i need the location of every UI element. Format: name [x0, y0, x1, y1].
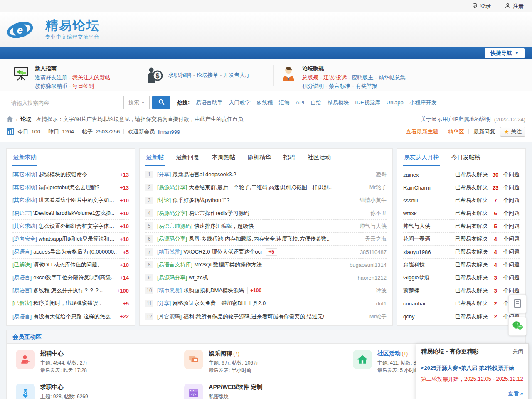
hot-search-link[interactable]: 多线程: [256, 99, 273, 106]
author[interactable]: 385110487: [356, 249, 387, 255]
post-item[interactable]: 12[其它源码]福利,我所有作品的轮子源码,进来看可能有你需要的,错过无!..M…: [145, 310, 387, 323]
link-daily-checkin[interactable]: 每日签到: [72, 83, 94, 89]
hot-search-link[interactable]: 小程序开发: [409, 99, 436, 106]
site-logo[interactable]: e 精易论坛 专业中文编程交流平台: [7, 17, 100, 42]
ranking-item[interactable]: ssshill已帮易友解决7个问题: [403, 194, 520, 207]
hot-search-link[interactable]: IDE视觉库: [355, 99, 380, 106]
follow-button[interactable]: ★ 关注: [500, 127, 525, 137]
link-suggest-complaint[interactable]: 建议/投诉: [323, 74, 347, 81]
ranking-item[interactable]: cunanhai已帮易友解决2个问题: [403, 297, 520, 310]
breadcrumb-forum-link[interactable]: 论坛: [20, 116, 31, 123]
post-item[interactable]: 2[易源码分享]大赛结束前,最后一个轮子,二维码,高速识别,Q截图一样识别..M…: [145, 181, 387, 194]
hot-search-link[interactable]: 入门教学: [229, 99, 251, 106]
tab-random-digest[interactable]: 随机精华: [247, 150, 272, 166]
hot-search-link[interactable]: 自绘: [310, 99, 321, 106]
post-item[interactable]: 11[分享]网络验证永久免费一键加密DLL工具2.0dnf1: [145, 297, 387, 310]
link-developer-hall[interactable]: 开发者大厅: [223, 72, 250, 78]
help-item[interactable]: [逆向安全]whatsapp用tk和ck登录算法和接口..+10: [12, 233, 129, 246]
ranking-item[interactable]: RainCharm已帮易友解决23个问题: [403, 181, 520, 194]
popup-announcement-link[interactable]: <2025开源大赛>第八届 第2轮投票开始: [421, 364, 523, 372]
help-item[interactable]: [已解决]程序关闭时，出现弹窗错误..+5: [12, 297, 129, 310]
post-item[interactable]: 6[易源码分享]凤凰-多线程池-内存加载版,内存安全,速度飞快.方便传参数..天…: [145, 233, 387, 246]
home-icon[interactable]: [7, 116, 13, 123]
search-input[interactable]: [7, 96, 124, 109]
author[interactable]: haoren1212: [354, 275, 387, 281]
post-item[interactable]: 8[易语言支持库]MYSQL数据库类的操作方法bugaosuni1314: [145, 259, 387, 271]
ip-notice-link[interactable]: 关于显示用户IP归属地的说明: [421, 116, 491, 123]
link-invite-friends[interactable]: 邀请好友注册: [35, 74, 67, 81]
board-app-web-custom[interactable]: </> APP/WEB/软件 定制 私密版块: [182, 379, 350, 399]
post-item[interactable]: 10[精币悬赏]求购虚拟机DMA模块源码+100谭波: [145, 284, 387, 297]
hot-search-link[interactable]: 精易模块: [328, 99, 349, 106]
post-item[interactable]: 7[精币悬赏]VXOCR2.0 哪位大佬还要这个ocr+5385110487: [145, 246, 387, 259]
ranking-item[interactable]: qcby已帮易友解决2个问题: [403, 310, 520, 323]
post-item[interactable]: 3[讨论]似乎好多转战python了?纯情小黄牛: [145, 194, 387, 207]
author[interactable]: dnf1: [372, 300, 387, 307]
link-followed-posts[interactable]: 我关注人的新帖: [72, 74, 110, 81]
login-button[interactable]: 登录: [472, 2, 491, 10]
help-item[interactable]: [易语言]\Device\HarddiskVolume1怎么换..+10: [12, 207, 129, 220]
help-item[interactable]: [易语言]excel数字千位分隔符复制到高级..+14: [12, 271, 129, 284]
ranking-item[interactable]: xiaoyu1986已帮易友解决4个问题: [403, 246, 520, 259]
popup-view-link[interactable]: 查看 »: [421, 390, 523, 397]
tab-latest-help[interactable]: 最新求助: [12, 150, 37, 166]
latest-replies-link[interactable]: 最新回复: [473, 128, 495, 135]
link-earn-coins[interactable]: 教你赚取精币: [35, 83, 67, 89]
search-scope-select[interactable]: 搜索▼: [124, 96, 150, 109]
help-item[interactable]: [其它求助]进来看看这个图片中的文字如何识..+10: [12, 194, 129, 207]
help-item[interactable]: [其它求助]请问protobuf怎么去理解?+13: [12, 181, 129, 194]
link-points-info[interactable]: 积分说明: [302, 83, 324, 89]
tab-community-activity[interactable]: 社区活动: [307, 150, 332, 166]
hot-search-link[interactable]: 易语言助手: [196, 99, 223, 106]
link-general-rules[interactable]: 总版规: [302, 74, 318, 81]
tab-recruit[interactable]: 招聘: [283, 150, 296, 166]
author[interactable]: Mr轮子: [365, 184, 387, 191]
search-button[interactable]: [152, 96, 170, 109]
help-item[interactable]: [易语言]多线程 怎么分开执行？？？..+100: [12, 284, 129, 297]
help-item[interactable]: [其它求助]怎么设置外部组合框文字字体大小..+10: [12, 220, 129, 233]
link-digest-collection[interactable]: 精华帖总集: [379, 74, 406, 81]
link-jobs[interactable]: 求职/招聘: [168, 72, 192, 78]
board-jobseek-center[interactable]: 求职中心 主题: 928, 帖数: 6269 最后发表: 前天 15:58: [13, 379, 182, 399]
feedback-widget-button[interactable]: [508, 294, 527, 313]
post-item[interactable]: 1[分享]最新易语言ai deepseek3.2凌哥: [145, 168, 387, 181]
tab-today-posters-ranking[interactable]: 今日发帖榜: [451, 150, 481, 166]
board-chat-lounge[interactable]: 娱乐闲聊(7) 主题: 6万, 帖数: 106万 最后发表: 半小时前: [182, 345, 350, 379]
ranking-item[interactable]: 花间一壶酒已帮易友解决4个问题: [403, 233, 520, 246]
link-mute-standard[interactable]: 禁言标准: [329, 83, 350, 89]
author[interactable]: 谭波: [372, 287, 387, 294]
author[interactable]: 你不丑: [366, 209, 387, 217]
tab-latest-posts[interactable]: 最新帖: [145, 150, 165, 166]
ranking-item[interactable]: zainex已帮易友解决30个问题: [403, 168, 520, 181]
quick-nav-button[interactable]: 快捷导航 ▼: [485, 48, 525, 58]
post-item[interactable]: 4[易源码分享]易语言操作redis学习源码你不丑: [145, 207, 387, 220]
hot-search-link[interactable]: 汇编: [279, 99, 290, 106]
tab-weekly-hot[interactable]: 本周热帖: [211, 150, 236, 166]
hot-search-link[interactable]: API: [296, 99, 304, 106]
link-forum-orders[interactable]: 论坛接单: [197, 72, 218, 78]
new-member-link[interactable]: linran999: [158, 129, 180, 135]
link-apply-moderator[interactable]: 应聘版主: [352, 74, 373, 81]
digest-area-link[interactable]: 精华区: [448, 128, 464, 135]
ranking-item[interactable]: Giggle梦痕已帮易友解决3个问题: [403, 271, 520, 284]
wechat-widget-button[interactable]: [508, 317, 527, 336]
author[interactable]: 凌哥: [372, 171, 387, 178]
author[interactable]: Mr轮子: [365, 313, 387, 320]
author[interactable]: 天云之海: [361, 235, 387, 243]
author[interactable]: 帅气与大侠: [355, 222, 387, 230]
ranking-item[interactable]: wtflxk已帮易友解决6个问题: [403, 207, 520, 220]
ranking-item[interactable]: 尛能科技已帮易友解决4个问题: [403, 259, 520, 271]
view-latest-topics-link[interactable]: 查看最新主题: [406, 128, 438, 135]
help-item[interactable]: [其它求助]超级模块的按键命令+13: [12, 168, 129, 181]
post-item[interactable]: 5[易语言纯源码]快速排序汇编版，超级快帅气与大侠: [145, 220, 387, 233]
link-report-reward[interactable]: 有奖举报: [356, 83, 377, 89]
author[interactable]: bugaosuni1314: [345, 262, 387, 268]
help-item[interactable]: [已解决]请教DLL动态库传值的问题。..+10: [12, 259, 129, 271]
tab-latest-replies[interactable]: 最新回复: [175, 150, 200, 166]
ranking-item[interactable]: 萧楚楠已帮易友解决3个问题: [403, 284, 520, 297]
help-item[interactable]: [易语言]access导出为表格后为 (0.000000..+5: [12, 246, 129, 259]
help-item[interactable]: [易语言]有没有大佬给个思路 这样的怎么..+22: [12, 310, 129, 323]
ranking-item[interactable]: 帅气与大侠已帮易友解决5个问题: [403, 220, 520, 233]
popup-close-button[interactable]: 关闭: [512, 348, 523, 355]
tab-monthly-helper-ranking[interactable]: 易友达人月榜: [403, 150, 440, 166]
